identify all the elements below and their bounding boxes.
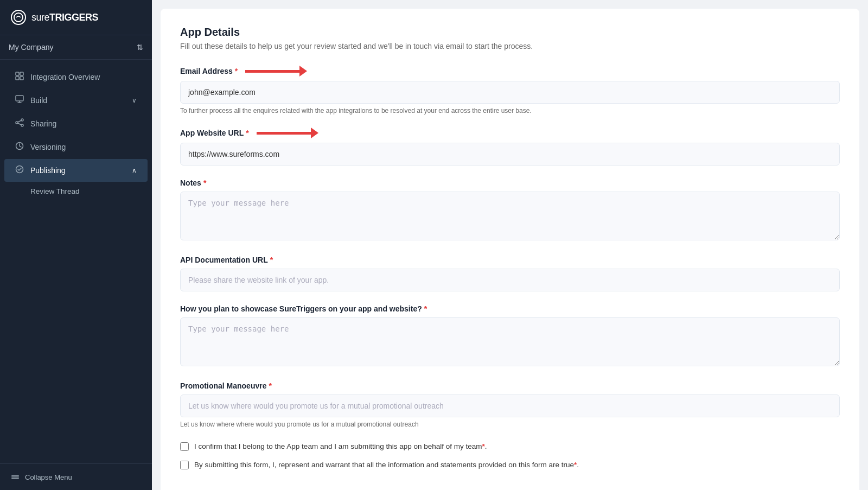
showcase-label: How you plan to showcase SureTriggers on… <box>180 304 840 313</box>
sort-icon: ⇅ <box>137 43 143 52</box>
url-arrow-indicator <box>257 128 318 138</box>
notes-label: Notes * <box>180 179 840 187</box>
sub-item-label: Review Thread <box>30 187 80 195</box>
page-subtitle: Fill out these details to help us get yo… <box>180 42 840 50</box>
navigation: Integration Overview Build ∨ Sharing Ver… <box>0 60 152 463</box>
logo-text: sureTRIGGERS <box>31 12 98 23</box>
logo-icon <box>11 10 26 25</box>
api-doc-label: API Documentation URL * <box>180 256 840 264</box>
checkbox1-row: I confirm that I belong to the App team … <box>180 441 840 452</box>
promo-label: Promotional Manoeuvre * <box>180 381 840 390</box>
svg-rect-2 <box>20 72 23 75</box>
promo-input[interactable] <box>180 394 840 417</box>
sharing-icon <box>15 118 24 129</box>
email-arrow-indicator <box>245 66 307 77</box>
home-icon <box>15 72 24 82</box>
build-icon <box>15 95 24 106</box>
logo: sureTRIGGERS <box>0 0 152 35</box>
svg-point-6 <box>21 119 23 121</box>
checkbox2-label[interactable]: By submitting this form, I, represent an… <box>194 460 579 470</box>
company-name: My Company <box>9 43 53 52</box>
email-label: Email Address * <box>180 66 840 77</box>
svg-point-7 <box>21 124 23 126</box>
main-content: App Details Fill out these details to he… <box>152 0 868 490</box>
showcase-form-group: How you plan to showcase SureTriggers on… <box>180 304 840 368</box>
sidebar-item-label: Integration Overview <box>30 73 137 81</box>
checkbox2[interactable] <box>180 461 189 469</box>
svg-rect-4 <box>20 77 23 80</box>
sidebar-item-label: Sharing <box>30 119 137 128</box>
publishing-icon <box>15 165 24 176</box>
promo-hint: Let us know where where would you promot… <box>180 421 840 428</box>
showcase-textarea[interactable] <box>180 317 840 366</box>
svg-rect-13 <box>11 479 19 480</box>
svg-rect-5 <box>16 96 23 101</box>
sidebar-item-label: Build <box>30 96 125 105</box>
svg-rect-1 <box>16 72 19 75</box>
page-title: App Details <box>180 26 840 39</box>
svg-rect-11 <box>11 475 19 476</box>
svg-point-0 <box>14 13 23 22</box>
sidebar-item-integration-overview[interactable]: Integration Overview <box>4 66 148 88</box>
email-input[interactable] <box>180 81 840 104</box>
email-hint: To further process all the enquires rela… <box>180 107 840 114</box>
sidebar-item-label: Versioning <box>30 143 137 151</box>
chevron-down-icon: ∨ <box>132 97 137 104</box>
content-area: App Details Fill out these details to he… <box>161 9 859 490</box>
checkbox1[interactable] <box>180 442 189 451</box>
url-form-group: App Website URL * <box>180 128 840 166</box>
collapse-menu-label: Collapse Menu <box>25 473 72 481</box>
sidebar: sureTRIGGERS My Company ⇅ Integration Ov… <box>0 0 152 490</box>
svg-rect-3 <box>16 77 19 80</box>
api-doc-input[interactable] <box>180 269 840 291</box>
checkbox2-row: By submitting this form, I, represent an… <box>180 460 840 470</box>
versioning-icon <box>15 142 24 152</box>
sidebar-item-build[interactable]: Build ∨ <box>4 89 148 112</box>
chevron-up-icon: ∧ <box>132 167 137 174</box>
svg-point-8 <box>16 122 18 124</box>
sidebar-item-versioning[interactable]: Versioning <box>4 136 148 158</box>
sidebar-item-review-thread[interactable]: Review Thread <box>4 182 148 200</box>
notes-textarea[interactable] <box>180 192 840 240</box>
sidebar-item-sharing[interactable]: Sharing <box>4 112 148 135</box>
promo-form-group: Promotional Manoeuvre * Let us know wher… <box>180 381 840 428</box>
sidebar-item-label: Publishing <box>30 166 125 175</box>
url-label: App Website URL * <box>180 128 840 138</box>
api-doc-form-group: API Documentation URL * <box>180 256 840 291</box>
company-selector[interactable]: My Company ⇅ <box>0 35 152 60</box>
email-form-group: Email Address * To further process all t… <box>180 66 840 114</box>
checkbox1-label[interactable]: I confirm that I belong to the App team … <box>194 441 487 452</box>
notes-form-group: Notes * <box>180 179 840 243</box>
collapse-menu-button[interactable]: Collapse Menu <box>0 463 152 490</box>
sidebar-item-publishing[interactable]: Publishing ∧ <box>4 159 148 182</box>
svg-rect-12 <box>11 476 19 478</box>
url-input[interactable] <box>180 143 840 166</box>
